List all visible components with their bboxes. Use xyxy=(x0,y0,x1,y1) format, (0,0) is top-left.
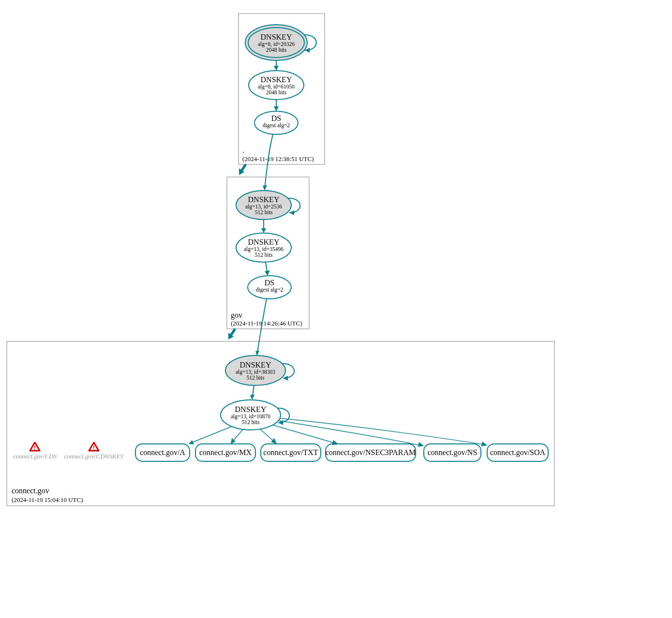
zone-gov-timestamp: (2024-11-19 14:26:46 UTC) xyxy=(231,320,302,327)
svg-text:DNSKEY: DNSKEY xyxy=(261,33,292,41)
svg-marker-32 xyxy=(265,270,270,276)
svg-marker-55 xyxy=(271,438,277,444)
node-root-dnskey-zsk: DNSKEY alg=8, id=61050 2048 bits xyxy=(249,71,304,100)
svg-text:connect.gov/NSEC3PARAM: connect.gov/NSEC3PARAM xyxy=(326,448,416,457)
warning-connectgov-cdnskey: ! connect.gov/CDNSKEY xyxy=(64,442,124,460)
node-gov-dnskey-ksk: DNSKEY alg=13, id=2536 512 bits xyxy=(236,191,291,220)
zone-root-label: . xyxy=(242,146,244,154)
edge-zsk-to-soa xyxy=(280,418,486,445)
svg-text:512 bits: 512 bits xyxy=(255,252,273,258)
svg-marker-17 xyxy=(263,185,267,191)
edge-zsk-to-a xyxy=(190,427,232,443)
svg-text:DNSKEY: DNSKEY xyxy=(240,361,271,369)
rrset-connectgov-soa: connect.gov/SOA xyxy=(487,444,548,461)
zone-gov: gov (2024-11-19 14:26:46 UTC) DNSKEY alg… xyxy=(227,177,309,329)
zone-connect-gov: connect.gov (2024-11-19 15:04:10 UTC) DN… xyxy=(7,341,554,506)
svg-text:DNSKEY: DNSKEY xyxy=(261,75,292,84)
node-connectgov-dnskey-zsk: DNSKEY alg=13, id=10870 512 bits xyxy=(221,400,281,430)
svg-marker-11 xyxy=(274,66,279,71)
rrset-connectgov-a: connect.gov/A xyxy=(135,444,190,461)
zone-connectgov-label: connect.gov xyxy=(12,486,49,495)
svg-text:DNSKEY: DNSKEY xyxy=(248,195,280,204)
svg-marker-40 xyxy=(283,376,288,381)
rrset-connectgov-txt: connect.gov/TXT xyxy=(261,444,321,461)
svg-text:!: ! xyxy=(93,445,95,452)
svg-text:2048 bits: 2048 bits xyxy=(266,47,287,53)
svg-marker-61 xyxy=(418,442,424,447)
svg-text:512 bits: 512 bits xyxy=(242,419,260,425)
svg-text:connect.gov/MX: connect.gov/MX xyxy=(199,448,252,457)
zone-gov-label: gov xyxy=(231,311,242,320)
rrset-connectgov-ns: connect.gov/NS xyxy=(424,444,481,461)
dnssec-graph: . (2024-11-19 12:38:51 UTC) DNSKEY alg=8… xyxy=(0,0,672,618)
node-gov-ds: DS digest alg=2 xyxy=(248,276,291,299)
svg-text:DS: DS xyxy=(271,114,281,122)
svg-marker-64 xyxy=(481,441,487,446)
svg-text:!: ! xyxy=(34,445,36,452)
svg-text:digest alg=2: digest alg=2 xyxy=(256,287,284,293)
node-root-dnskey-ksk: DNSKEY alg=8, id=20326 2048 bits xyxy=(245,25,307,60)
node-connectgov-dnskey-ksk: DNSKEY alg=13, id=38303 512 bits xyxy=(225,355,285,385)
svg-text:connect.gov/CDNSKEY: connect.gov/CDNSKEY xyxy=(64,453,124,460)
svg-text:connect.gov/CDS: connect.gov/CDS xyxy=(13,453,57,460)
node-root-ds: DS digest alg=2 xyxy=(254,111,298,134)
svg-text:512 bits: 512 bits xyxy=(247,375,265,381)
warning-connectgov-cds: ! connect.gov/CDS xyxy=(13,442,57,460)
svg-marker-58 xyxy=(332,440,339,445)
svg-marker-23 xyxy=(289,210,294,215)
svg-text:DNSKEY: DNSKEY xyxy=(235,405,267,413)
edge-zsk-to-nsec3param xyxy=(273,425,338,444)
rrset-connectgov-mx: connect.gov/MX xyxy=(195,444,255,461)
svg-text:connect.gov/SOA: connect.gov/SOA xyxy=(490,448,546,457)
svg-text:512 bits: 512 bits xyxy=(255,209,273,215)
zone-root-timestamp: (2024-11-19 12:38:51 UTC) xyxy=(242,155,314,162)
svg-text:digest alg=2: digest alg=2 xyxy=(263,122,290,129)
node-gov-dnskey-zsk: DNSKEY alg=13, id=35496 512 bits xyxy=(236,233,291,262)
svg-marker-28 xyxy=(261,228,266,233)
svg-text:connect.gov/TXT: connect.gov/TXT xyxy=(263,448,318,457)
zone-root: . (2024-11-19 12:38:51 UTC) DNSKEY alg=8… xyxy=(239,14,325,164)
edge-gov-ds-to-connect-ksk xyxy=(257,299,267,355)
svg-marker-45 xyxy=(250,395,254,400)
svg-text:DNSKEY: DNSKEY xyxy=(248,238,280,246)
svg-text:DS: DS xyxy=(265,279,274,287)
zone-connectgov-timestamp: (2024-11-19 15:04:10 UTC) xyxy=(12,496,83,503)
svg-text:2048 bits: 2048 bits xyxy=(266,89,287,95)
svg-text:connect.gov/NS: connect.gov/NS xyxy=(428,448,478,457)
svg-marker-15 xyxy=(274,106,279,111)
svg-text:connect.gov/A: connect.gov/A xyxy=(140,448,185,457)
rrset-connectgov-nsec3param: connect.gov/NSEC3PARAM xyxy=(326,444,416,461)
